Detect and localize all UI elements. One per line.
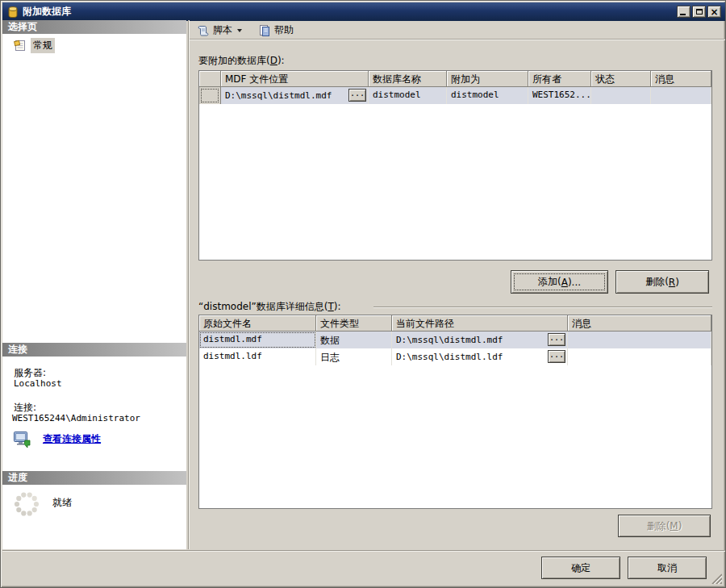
current-path-cell[interactable]: D:\mssql\distmdl.ldf ... [392, 348, 568, 365]
row-selector-cell[interactable] [199, 87, 221, 104]
select-page-header: 选择页 [2, 20, 186, 34]
grid1-selector-header [199, 71, 221, 87]
grid2-col-current-path[interactable]: 当前文件路径 [392, 315, 568, 332]
sidebar-divider [188, 20, 189, 549]
help-button-label: 帮助 [274, 23, 294, 37]
help-button[interactable]: 帮助 [256, 23, 296, 38]
focus-rect [201, 89, 219, 102]
chevron-down-icon [237, 29, 242, 32]
file-type-cell[interactable]: 数据 [316, 332, 392, 348]
maximize-button[interactable] [692, 6, 706, 18]
remove-file-button: 删除(M) [618, 515, 711, 537]
grid1-header-row: MDF 文件位置 数据库名称 附加为 所有者 状态 消息 [199, 71, 711, 87]
browse-path-button[interactable]: ... [548, 333, 565, 346]
status-cell[interactable] [591, 87, 651, 104]
browse-mdf-button[interactable]: ... [348, 89, 366, 102]
script-icon [197, 24, 210, 37]
close-icon: × [710, 7, 718, 17]
ok-button[interactable]: 确定 [541, 557, 620, 579]
progress-status-text: 就绪 [52, 496, 72, 510]
grid2-col-original-filename[interactable]: 原始文件名 [199, 315, 316, 332]
titlebar[interactable]: 附加数据库 × [2, 2, 725, 21]
add-button[interactable]: 添加(A)... [511, 270, 608, 294]
owner-cell[interactable]: WEST1652... [528, 87, 591, 104]
remove-button[interactable]: 删除(R) [615, 270, 709, 294]
sidebar-item-general[interactable]: 常规 [14, 38, 55, 53]
current-path-cell[interactable]: D:\mssql\distmdl.mdf ... [392, 332, 568, 348]
grid1-col-db-name[interactable]: 数据库名称 [369, 71, 447, 87]
server-value: Localhost [14, 378, 62, 389]
file-name-cell[interactable]: distmdl.ldf [199, 348, 316, 365]
close-button[interactable]: × [707, 6, 721, 18]
resize-grip[interactable] [710, 572, 722, 584]
help-icon [258, 24, 271, 37]
view-connection-properties-link[interactable]: 查看连接属性 [43, 432, 101, 446]
grid1-col-owner[interactable]: 所有者 [528, 71, 591, 87]
connection-panel: 服务器: Localhost 连接: WEST165244\Administra… [2, 357, 186, 471]
connection-section-header: 连接 [2, 343, 186, 357]
minimize-icon [680, 14, 686, 15]
database-details-label: “distmodel”数据库详细信息(T): [198, 300, 340, 314]
toolbar: 脚本 帮助 [194, 22, 296, 39]
grid2-col-message[interactable]: 消息 [568, 315, 711, 332]
connection-properties-icon [13, 431, 33, 448]
footer-separator [2, 550, 725, 552]
progress-panel: 就绪 [2, 485, 186, 549]
grid1-col-message[interactable]: 消息 [651, 71, 711, 87]
message-cell[interactable] [568, 348, 711, 365]
attach-database-dialog: 附加数据库 × 选择页 常规 连接 服务器: Localhost 连接: WES… [0, 0, 726, 588]
grid2-col-file-type[interactable]: 文件类型 [316, 315, 392, 332]
attach-databases-grid[interactable]: MDF 文件位置 数据库名称 附加为 所有者 状态 消息 D:\mssql\di… [198, 70, 712, 261]
script-button[interactable]: 脚本 [194, 23, 244, 38]
message-cell[interactable] [651, 87, 711, 104]
mdf-path-cell[interactable]: D:\mssql\distmdl.mdf ... [221, 87, 369, 104]
attach-as-cell[interactable]: distmodel [447, 87, 528, 104]
grid1-col-status[interactable]: 状态 [591, 71, 651, 87]
database-details-grid[interactable]: 原始文件名 文件类型 当前文件路径 消息 distmdl.mdf 数据 D:\m… [198, 315, 712, 509]
message-cell[interactable] [568, 332, 711, 348]
script-button-label: 脚本 [213, 23, 232, 37]
pages-panel: 常规 [2, 34, 186, 343]
progress-section-header: 进度 [2, 471, 186, 485]
attach-databases-label: 要附加的数据库(D): [198, 54, 285, 68]
grid2-row-mdf[interactable]: distmdl.mdf 数据 D:\mssql\distmdl.mdf ... [199, 332, 711, 348]
file-name-cell[interactable]: distmdl.mdf [199, 332, 316, 348]
database-icon [6, 6, 19, 19]
minimize-button[interactable] [677, 6, 691, 18]
grid1-col-mdf-location[interactable]: MDF 文件位置 [221, 71, 369, 87]
sidebar-item-general-label: 常规 [31, 38, 55, 53]
toolbar-separator [190, 39, 725, 40]
grid1-col-attach-as[interactable]: 附加为 [447, 71, 528, 87]
spinner-icon [12, 490, 41, 519]
connection-value: WEST165244\Administrator [12, 413, 140, 423]
grid2-header-row: 原始文件名 文件类型 当前文件路径 消息 [199, 315, 711, 332]
cancel-button[interactable]: 取消 [628, 557, 707, 579]
db-name-cell[interactable]: distmodel [369, 87, 447, 104]
grid1-row[interactable]: D:\mssql\distmdl.mdf ... distmodel distm… [199, 87, 711, 104]
grid2-row-ldf[interactable]: distmdl.ldf 日志 D:\mssql\distmdl.ldf ... [199, 348, 711, 365]
details-separator [373, 307, 712, 308]
file-type-cell[interactable]: 日志 [316, 348, 392, 365]
maximize-icon [696, 9, 703, 15]
browse-path-button[interactable]: ... [548, 350, 565, 363]
page-icon [14, 40, 27, 52]
window-title: 附加数据库 [23, 5, 71, 19]
